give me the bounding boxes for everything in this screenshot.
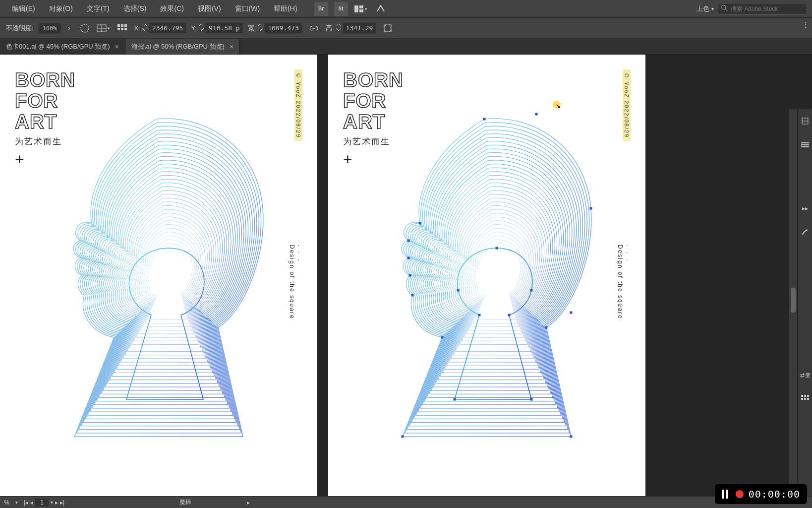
artboard-1[interactable]: BORN FOR ART 为艺术而生 + © YooZ 2022/08/29 ·…	[0, 55, 317, 507]
svg-rect-1	[359, 5, 363, 8]
svg-rect-45	[801, 398, 803, 400]
gpu-icon[interactable]	[374, 2, 388, 16]
transform-icon[interactable]: ▾	[97, 21, 111, 35]
menu-edit[interactable]: 编辑(E)	[5, 1, 42, 16]
next-artboard-icon[interactable]: ▸	[55, 499, 58, 506]
document-tab-2[interactable]: 海报.ai @ 50% (RGB/GPU 预览) ×	[125, 39, 240, 54]
y-value[interactable]: 910.58 p	[206, 23, 243, 33]
brush-panel-icon[interactable]	[798, 220, 812, 244]
workspace-switcher[interactable]: 上色 ▾	[696, 4, 714, 13]
svg-rect-14	[124, 28, 127, 30]
menubar: 编辑(E) 对象(O) 文字(T) 选择(S) 效果(C) 视图(V) 窗口(W…	[0, 0, 812, 18]
svg-rect-26	[407, 257, 410, 259]
align-panel-icon[interactable]	[798, 387, 812, 411]
side-caption: · · · Design of the square	[289, 245, 302, 319]
options-overflow-icon[interactable]: ⋮	[802, 21, 809, 29]
menu-type[interactable]: 文字(T)	[80, 1, 116, 16]
menu-effect[interactable]: 效果(C)	[153, 1, 190, 16]
document-tab-1[interactable]: 色卡001.ai @ 45% (RGB/GPU 预览) ×	[0, 39, 125, 54]
svg-rect-27	[407, 240, 410, 242]
current-tool-label: 魔棒	[179, 498, 191, 507]
head-blend-art[interactable]	[45, 99, 283, 456]
libraries-panel-icon[interactable]	[798, 133, 812, 157]
svg-rect-20	[545, 326, 548, 329]
first-artboard-icon[interactable]: |◂	[24, 499, 28, 506]
transform-panel-label[interactable]: ⇄变	[798, 363, 812, 387]
artboard-2[interactable]: BORN FOR ART 为艺术而生 + © YooZ 2022/08/29 ·…	[328, 55, 645, 507]
svg-rect-16	[483, 118, 486, 121]
svg-rect-2	[359, 9, 363, 12]
expand-panels-icon[interactable]: ▸▸	[798, 196, 812, 220]
svg-rect-35	[457, 289, 460, 292]
artboard-dropdown-icon[interactable]: ▾	[51, 500, 53, 505]
head-blend-art-selected[interactable]	[373, 99, 611, 456]
w-stepper-icon[interactable]	[258, 23, 263, 33]
svg-rect-44	[807, 395, 809, 397]
svg-rect-33	[454, 398, 456, 401]
svg-rect-19	[570, 312, 573, 314]
align-icon[interactable]	[116, 21, 129, 35]
menu-window[interactable]: 窗口(W)	[228, 1, 267, 16]
properties-panel-icon[interactable]	[798, 109, 812, 133]
recorder-overlay: 00:00:00	[715, 484, 807, 504]
menu-object[interactable]: 对象(O)	[42, 1, 80, 16]
chevron-down-icon: ▾	[711, 6, 714, 11]
close-icon[interactable]: ×	[115, 43, 119, 51]
y-stepper-icon[interactable]	[199, 23, 204, 33]
isolate-icon[interactable]	[381, 21, 395, 35]
x-value[interactable]: 2340.795	[149, 23, 186, 33]
statusbar: % ▾ |◂ ◂ 1 ▾ ▸ ▸| 魔棒 ▸	[0, 496, 812, 508]
side-text: Design of the square	[289, 245, 295, 319]
right-panel-strip: ▸▸ ⇄变	[798, 109, 812, 507]
svg-rect-10	[121, 24, 123, 27]
recorder-time: 00:00:00	[749, 488, 800, 500]
svg-rect-11	[124, 24, 127, 27]
recolor-artwork-icon[interactable]	[78, 21, 92, 35]
credit-tag: © YooZ 2022/08/29	[294, 69, 302, 141]
svg-rect-23	[441, 336, 444, 339]
svg-rect-25	[409, 274, 411, 277]
height-value[interactable]: 1341.29	[343, 23, 376, 33]
svg-rect-29	[496, 247, 498, 250]
canvas-area[interactable]: BORN FOR ART 为艺术而生 + © YooZ 2022/08/29 ·…	[0, 55, 812, 507]
opacity-flyout-icon[interactable]: ›	[66, 25, 73, 32]
x-stepper-icon[interactable]	[142, 23, 147, 33]
svg-rect-30	[530, 289, 533, 292]
tab-label: 色卡001.ai @ 45% (RGB/GPU 预览)	[6, 42, 110, 51]
width-value[interactable]: 1009.473	[265, 23, 302, 33]
pause-button[interactable]	[722, 490, 731, 499]
search-input[interactable]	[731, 5, 795, 12]
svg-point-3	[722, 5, 726, 9]
status-flyout-icon[interactable]: ▸	[247, 499, 250, 506]
link-wh-icon[interactable]	[307, 21, 321, 35]
svg-rect-46	[804, 398, 806, 400]
menu-view[interactable]: 视图(V)	[191, 1, 228, 16]
menu-select[interactable]: 选择(S)	[116, 1, 154, 16]
artboard-number[interactable]: 1	[35, 499, 49, 507]
arrange-docs-icon[interactable]: ▾	[354, 2, 368, 16]
last-artboard-icon[interactable]: ▸|	[60, 499, 64, 506]
svg-rect-17	[535, 113, 538, 116]
title-line1: BORN	[343, 69, 404, 90]
zoom-dropdown-icon[interactable]: ▾	[15, 500, 18, 505]
bridge-icon[interactable]: Br	[314, 2, 328, 16]
height-label: 高:	[326, 24, 334, 33]
svg-rect-22	[402, 436, 404, 438]
svg-rect-12	[117, 28, 120, 30]
vertical-scrollbar[interactable]	[789, 109, 797, 491]
opacity-value[interactable]: 100%	[39, 23, 61, 33]
svg-rect-9	[117, 24, 120, 27]
tab-label: 海报.ai @ 50% (RGB/GPU 预览)	[131, 42, 225, 51]
stock-icon[interactable]: St	[334, 2, 348, 16]
svg-rect-18	[590, 207, 592, 210]
opacity-label: 不透明度:	[6, 24, 34, 33]
svg-rect-13	[121, 28, 123, 30]
menu-help[interactable]: 帮助(H)	[267, 1, 304, 16]
search-stock[interactable]	[718, 3, 807, 15]
prev-artboard-icon[interactable]: ◂	[30, 499, 33, 506]
zoom-value[interactable]: %	[4, 499, 9, 506]
close-icon[interactable]: ×	[230, 43, 233, 51]
record-button[interactable]	[736, 490, 744, 498]
scrollbar-thumb[interactable]	[791, 288, 796, 313]
h-stepper-icon[interactable]	[336, 23, 341, 33]
